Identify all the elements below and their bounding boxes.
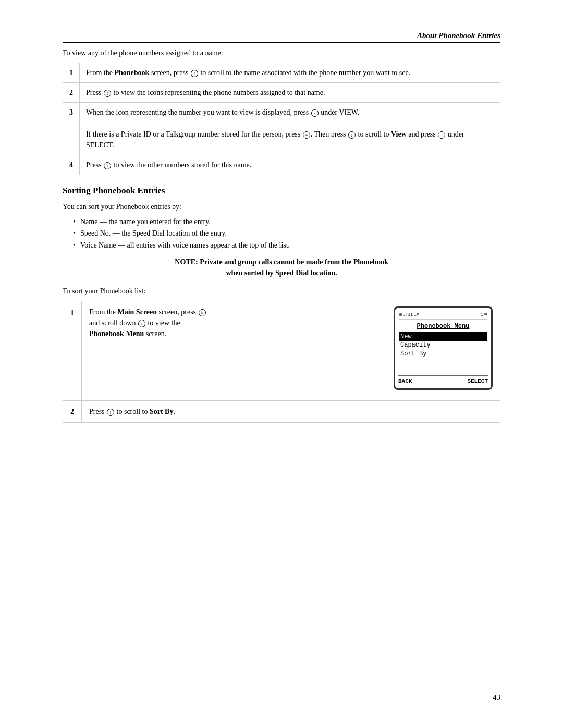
scroll-icon-4: ↕ <box>104 162 111 169</box>
table-row: 4 Press ↕ to view the other numbers stor… <box>63 155 500 175</box>
select-icon-2: · <box>438 131 445 139</box>
step-1-text: From the Phonebook screen, press ↕ to sc… <box>80 63 500 83</box>
phone-status-bar: ⊞ .|ll iP 1 ▭ <box>399 311 487 320</box>
intro-text: To view any of the phone numbers assigne… <box>63 49 500 57</box>
bullet-item-voice: Voice Name — all entries with voice name… <box>73 240 500 251</box>
page-container: About Phonebook Entries To view any of t… <box>0 0 563 728</box>
step-3-text: When the icon representing the number yo… <box>80 103 500 155</box>
step-num-1: 1 <box>63 63 80 83</box>
main-menu-icon: ≡ <box>199 309 206 316</box>
scroll-down-icon: ↓ <box>138 320 145 327</box>
step-4-text: Press ↕ to view the other numbers stored… <box>80 155 500 175</box>
table-row: 1 ⊞ .|ll iP 1 ▭ <box>63 301 500 401</box>
sort-step-1-text: ⊞ .|ll iP 1 ▭ Phonebook Menu New Capacit… <box>82 301 500 401</box>
bullet-item-speed: Speed No. — the Speed Dial location of t… <box>73 228 500 239</box>
sort-steps-table: 1 ⊞ .|ll iP 1 ▭ <box>63 301 500 423</box>
page-number: 43 <box>493 693 500 702</box>
phone-screen: ⊞ .|ll iP 1 ▭ Phonebook Menu New Capacit… <box>394 306 493 390</box>
table-row: 3 When the icon representing the number … <box>63 103 500 155</box>
ip-icon: iP <box>414 312 419 318</box>
sort-step-num-2: 2 <box>63 401 82 423</box>
step-num-2: 2 <box>63 83 80 103</box>
network-strength-icon: .|ll <box>403 312 413 318</box>
scroll-icon-5: ↕ <box>107 409 114 416</box>
scroll-icon-2: ↕ <box>104 90 111 97</box>
battery-area: 1 ▭ <box>481 311 487 318</box>
section-header-text: About Phonebook Entries <box>417 31 500 40</box>
table-row: 1 From the Phonebook screen, press ↕ to … <box>63 63 500 83</box>
note-block: NOTE: Private and group calls cannot be … <box>63 256 500 278</box>
phone-softkeys: BACK SELECT <box>398 375 488 386</box>
step-num-4: 4 <box>63 155 80 175</box>
scroll-icon-3: ↕ <box>348 131 356 139</box>
phone-menu-item-new: New <box>399 332 487 341</box>
table-row: 2 Press ↕ to scroll to Sort By. <box>63 401 500 423</box>
sort-intro: To sort your Phonebook list: <box>63 286 500 297</box>
phone-menu-item-sortby: Sort By <box>399 350 487 359</box>
bullet-item-name: Name — the name you entered for the entr… <box>73 216 500 228</box>
table-row: 2 Press ↕ to view the icons representing… <box>63 83 500 103</box>
battery-icon: ▭ <box>484 311 487 318</box>
sort-step-num-1: 1 <box>63 301 82 401</box>
phone-menu-item-capacity: Capacity <box>399 341 487 350</box>
step-num-3: 3 <box>63 103 80 155</box>
scroll-icon-1: ↕ <box>191 70 198 77</box>
sorting-intro: You can sort your Phonebook entries by: <box>63 201 500 212</box>
phone-status-icons: ⊞ .|ll iP <box>399 312 419 318</box>
softkey-select: SELECT <box>467 377 488 386</box>
softkey-back: BACK <box>398 377 412 386</box>
phone-menu-title: Phonebook Menu <box>399 322 487 331</box>
battery-number: 1 <box>481 312 483 318</box>
select-icon-1: · <box>311 109 319 117</box>
bullet-list: Name — the name you entered for the entr… <box>73 216 500 251</box>
sorting-section-title: Sorting Phonebook Entries <box>63 186 500 196</box>
signal-icon: ⊞ <box>399 312 402 318</box>
menu-icon: ≡ <box>303 131 310 139</box>
step-2-text: Press ↕ to view the icons representing t… <box>80 83 500 103</box>
section-header: About Phonebook Entries <box>63 31 500 43</box>
steps-table: 1 From the Phonebook screen, press ↕ to … <box>63 63 500 175</box>
sort-step-2-text: Press ↕ to scroll to Sort By. <box>82 401 500 423</box>
